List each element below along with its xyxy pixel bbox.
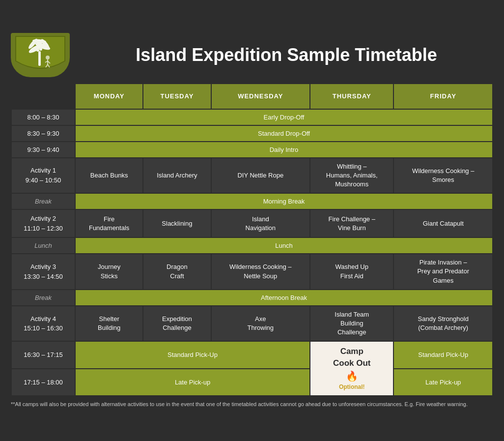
row-late-pickup: 17:15 – 18:00 Late Pick-up Late Pick-up xyxy=(11,369,493,396)
act4-tuesday: ExpeditionChallenge xyxy=(143,306,211,342)
time-standard-dropoff: 8:30 – 9:30 xyxy=(11,125,75,142)
act2-monday: FireFundamentals xyxy=(75,209,143,237)
act2-friday: Giant Catapult xyxy=(393,209,493,237)
day-monday: MONDAY xyxy=(75,84,143,109)
act3-monday: JourneySticks xyxy=(75,254,143,290)
time-activity3: Activity 313:30 – 14:50 xyxy=(11,254,75,290)
act4-friday: Sandy Stronghold(Combat Archery) xyxy=(393,306,493,342)
act1-friday: Wilderness Cooking –Smores xyxy=(393,158,493,194)
camp-cookout-cell: CampCook Out 🔥 Optional! xyxy=(310,341,393,395)
row-daily-intro: 9:30 – 9:40 Daily Intro xyxy=(11,142,493,158)
act3-friday: Pirate Invasion –Prey and PredatorGames xyxy=(393,254,493,290)
row-activity4: Activity 415:10 – 16:30 ShelterBuilding … xyxy=(11,306,493,342)
logo xyxy=(11,33,70,77)
time-early-dropoff: 8:00 – 8:30 xyxy=(11,109,75,125)
row-morning-break: Break Morning Break xyxy=(11,193,493,209)
act2-tuesday: Slacklining xyxy=(143,209,211,237)
camp-cookout-name: CampCook Out xyxy=(313,346,390,369)
time-activity1: Activity 19:40 – 10:50 xyxy=(11,158,75,194)
late-pickup-friday: Late Pick-up xyxy=(393,369,493,396)
standard-pickup-friday: Standard Pick-Up xyxy=(393,341,493,368)
act3-wednesday: Wilderness Cooking –Nettle Soup xyxy=(211,254,310,290)
row-lunch: Lunch Lunch xyxy=(11,237,493,254)
act1-wednesday: DIY Nettle Rope xyxy=(211,158,310,194)
morning-break-cell: Morning Break xyxy=(75,193,493,209)
page-title: Island Expedition Sample Timetable xyxy=(80,45,493,65)
act3-tuesday: DragonCraft xyxy=(143,254,211,290)
day-wednesday: WEDNESDAY xyxy=(211,84,310,109)
act1-tuesday: Island Archery xyxy=(143,158,211,194)
early-dropoff-cell: Early Drop-Off xyxy=(75,109,493,125)
camp-cookout-fire: 🔥 xyxy=(313,369,390,383)
row-early-dropoff: 8:00 – 8:30 Early Drop-Off xyxy=(11,109,493,125)
day-tuesday: TUESDAY xyxy=(143,84,211,109)
time-activity2: Activity 211:10 – 12:30 xyxy=(11,209,75,237)
act4-monday: ShelterBuilding xyxy=(75,306,143,342)
time-daily-intro: 9:30 – 9:40 xyxy=(11,142,75,158)
row-standard-dropoff: 8:30 – 9:30 Standard Drop-Off xyxy=(11,125,493,142)
svg-point-6 xyxy=(36,49,39,52)
row-activity1: Activity 19:40 – 10:50 Beach Bunks Islan… xyxy=(11,158,493,194)
logo-svg xyxy=(13,34,67,76)
standard-dropoff-cell: Standard Drop-Off xyxy=(75,125,493,142)
time-standard-pickup: 16:30 – 17:15 xyxy=(11,341,75,368)
act4-wednesday: AxeThrowing xyxy=(211,306,310,342)
day-friday: FRIDAY xyxy=(393,84,493,109)
act2-thursday: Fire Challenge –Vine Burn xyxy=(310,209,393,237)
act2-wednesday: IslandNavigation xyxy=(211,209,310,237)
time-morning-break: Break xyxy=(11,193,75,209)
timetable: MONDAY TUESDAY WEDNESDAY THURSDAY FRIDAY… xyxy=(11,83,493,396)
row-standard-pickup: 16:30 – 17:15 Standard Pick-Up CampCook … xyxy=(11,341,493,368)
empty-header-cell xyxy=(11,84,75,109)
lunch-cell: Lunch xyxy=(75,237,493,254)
act3-thursday: Washed UpFirst Aid xyxy=(310,254,393,290)
act4-thursday: Island TeamBuildingChallenge xyxy=(310,306,393,342)
row-afternoon-break: Break Afternoon Break xyxy=(11,290,493,306)
time-activity4: Activity 415:10 – 16:30 xyxy=(11,306,75,342)
svg-point-8 xyxy=(46,56,50,59)
row-activity3: Activity 313:30 – 14:50 JourneySticks Dr… xyxy=(11,254,493,290)
main-container: Island Expedition Sample Timetable MONDA… xyxy=(5,27,499,414)
time-late-pickup: 17:15 – 18:00 xyxy=(11,369,75,396)
svg-rect-0 xyxy=(38,51,41,66)
row-activity2: Activity 211:10 – 12:30 FireFundamentals… xyxy=(11,209,493,237)
day-thursday: THURSDAY xyxy=(310,84,393,109)
time-afternoon-break: Break xyxy=(11,290,75,306)
standard-pickup-mon-wed: Standard Pick-Up xyxy=(75,341,310,368)
daily-intro-cell: Daily Intro xyxy=(75,142,493,158)
svg-point-7 xyxy=(39,48,42,51)
footnote: **All camps will also be provided with a… xyxy=(11,400,493,409)
time-lunch: Lunch xyxy=(11,237,75,254)
camp-cookout-optional: Optional! xyxy=(313,383,390,391)
afternoon-break-cell: Afternoon Break xyxy=(75,290,493,306)
act1-monday: Beach Bunks xyxy=(75,158,143,194)
act1-thursday: Whittling –Humans, Animals,Mushrooms xyxy=(310,158,393,194)
header: Island Expedition Sample Timetable xyxy=(11,33,493,77)
late-pickup-mon-wed: Late Pick-up xyxy=(75,369,310,396)
